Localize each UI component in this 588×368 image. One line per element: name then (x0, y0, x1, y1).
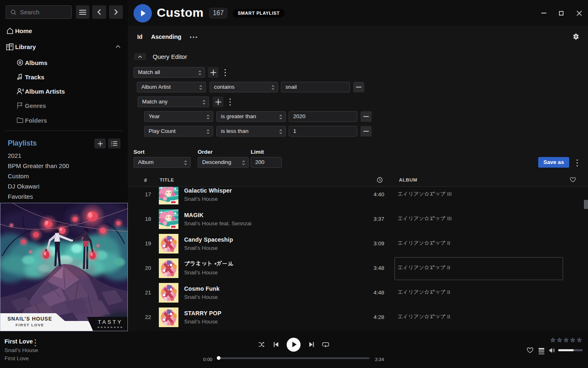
svg-text:SNAIL’S HOUSE: SNAIL’S HOUSE (7, 316, 52, 322)
svg-text:FIRST LOVE: FIRST LOVE (16, 323, 44, 327)
svg-text:II: II (447, 289, 450, 295)
svg-text:III: III (447, 215, 452, 222)
svg-text:III: III (447, 191, 452, 197)
svg-text:II: II (447, 240, 450, 246)
svg-text:II: II (447, 314, 450, 320)
svg-text:TASTY: TASTY (98, 319, 123, 325)
